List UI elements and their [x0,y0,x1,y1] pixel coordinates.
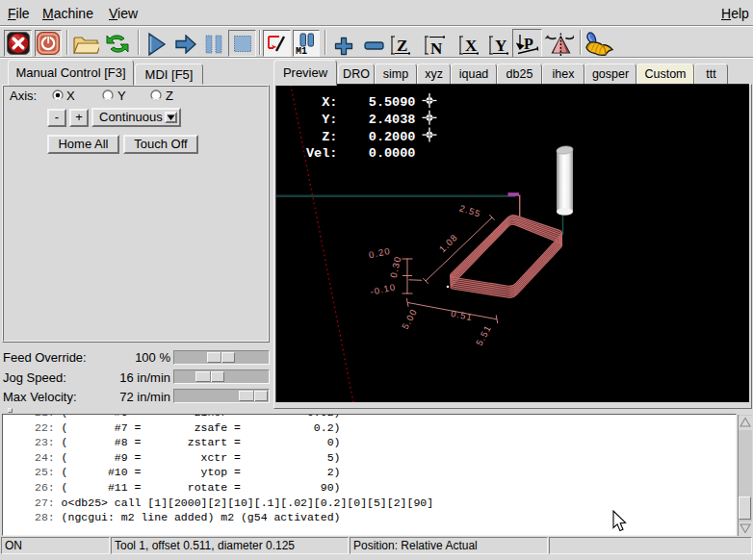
svg-text:Z: Z [397,37,407,55]
svg-text:Y: 2.4038: Y: 2.4038 [306,113,415,127]
svg-text:N: N [430,39,443,56]
svg-text:Z: 0.2000: Z: 0.2000 [306,130,415,144]
svg-text:M1: M1 [296,46,307,55]
svg-text:X: 5.5090: X: 5.5090 [306,95,415,110]
svg-text:Vel: 0.0000: Vel: 0.0000 [306,146,415,161]
svg-text:Y: Y [495,37,506,55]
svg-text:X: X [465,37,478,55]
